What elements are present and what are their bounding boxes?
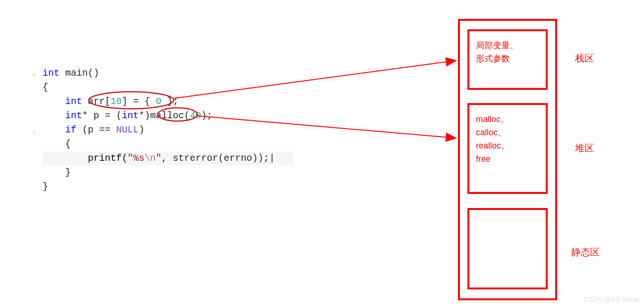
- stack-text-1: 局部变量、: [476, 39, 539, 52]
- code-line-2: {: [42, 80, 294, 95]
- code-block: ⌄int main() { int arr[10] = { 0 }; int* …: [42, 66, 294, 194]
- code-line-6: {: [42, 137, 294, 151]
- label-heap: 堆区: [575, 142, 594, 155]
- label-stack: 栈区: [575, 52, 594, 65]
- code-line-9: }: [42, 180, 294, 194]
- memory-box-static: [467, 208, 548, 289]
- fold-mark: ⌄: [32, 124, 36, 138]
- code-line-5: ⌄ if (p == NULL): [42, 123, 294, 137]
- code-line-7: printf("%s\n", strerror(errno));|: [42, 151, 294, 166]
- code-line-3: int arr[10] = { 0 };: [42, 95, 294, 109]
- memory-box-stack: 局部变量、 形式参数: [467, 29, 548, 90]
- watermark: CSDN @GG Bond.: [584, 296, 640, 303]
- label-static: 静态区: [571, 246, 600, 259]
- code-line-4: int* p = (int*)malloc(40);: [42, 109, 294, 123]
- code-line-8: }: [42, 166, 294, 180]
- code-line-1: ⌄int main(): [42, 66, 294, 80]
- heap-text-2: calloc、: [476, 126, 539, 139]
- stack-text-2: 形式参数: [476, 52, 539, 65]
- memory-box-heap: malloc、 calloc、 realloc、 free: [467, 103, 548, 194]
- heap-text-4: free: [476, 152, 539, 166]
- heap-text-1: malloc、: [476, 113, 539, 126]
- fold-mark: ⌄: [32, 66, 36, 80]
- heap-text-3: realloc、: [476, 139, 539, 152]
